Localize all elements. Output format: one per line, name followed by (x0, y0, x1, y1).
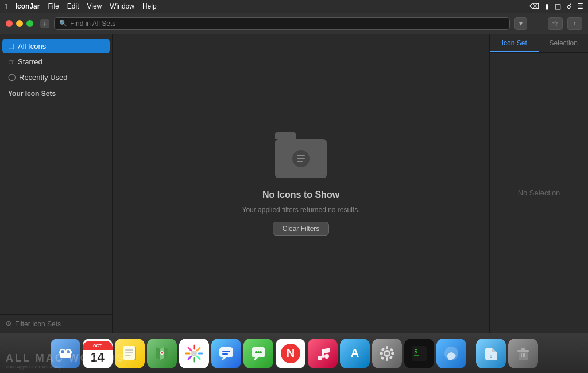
empty-subtitle: Your applied filters returned no results… (242, 206, 359, 214)
svg-rect-63 (524, 353, 525, 357)
sidebar-filter: ☮ (0, 314, 112, 333)
sidebar-item-recently-used[interactable]: ◯ Recently Used (2, 70, 110, 84)
no-selection-text: No Selection (518, 189, 560, 197)
menu-file[interactable]: File (48, 2, 59, 10)
star-button[interactable]: ☆ (548, 17, 563, 30)
apple-menu[interactable]:  (5, 2, 7, 11)
minimize-button[interactable] (16, 20, 23, 27)
menu-bar:  IconJar File Edit View Window Help ⌫ ▮… (0, 0, 588, 13)
svg-rect-1 (297, 155, 305, 156)
tab-icon-set-label: Icon Set (502, 39, 527, 47)
svg-point-34 (257, 351, 260, 353)
dock-divider (471, 342, 471, 365)
svg-rect-11 (125, 349, 133, 351)
svg-rect-48 (391, 352, 394, 355)
svg-line-23 (188, 348, 191, 351)
menubar-icon-battery[interactable]: ▮ (545, 2, 549, 10)
search-bar[interactable]: 🔍 (54, 17, 510, 30)
filter-input[interactable] (15, 320, 106, 328)
svg-rect-2 (297, 158, 305, 159)
dock-app-photos[interactable] (179, 339, 209, 368)
clock-icon: ◯ (8, 73, 16, 81)
empty-folder-icon (275, 132, 327, 178)
sidebar-item-recently-used-label: Recently Used (19, 73, 68, 82)
svg-rect-61 (521, 353, 522, 357)
dock-app-notes[interactable] (115, 339, 145, 368)
menubar-icon-wifi[interactable]: ⌫ (529, 2, 539, 10)
tab-icon-set[interactable]: Icon Set (490, 34, 539, 52)
svg-rect-12 (125, 352, 133, 353)
toolbar: + 🔍 ▾ ☆ › (0, 13, 588, 34)
svg-marker-41 (322, 348, 330, 354)
zoom-button[interactable] (26, 20, 33, 27)
tab-selection[interactable]: Selection (539, 34, 589, 52)
dock-app-appstore[interactable]: A (340, 339, 370, 368)
sidebar-item-starred[interactable]: ☆ Starred (2, 54, 110, 69)
menu-window[interactable]: Window (110, 2, 134, 10)
right-panel-content: No Selection (490, 53, 588, 333)
svg-point-44 (385, 352, 389, 355)
svg-line-25 (197, 348, 200, 351)
svg-text:A: A (350, 347, 358, 359)
dock-app-messages[interactable] (243, 339, 273, 368)
svg-text:$_: $_ (414, 348, 421, 355)
menu-view[interactable]: View (87, 2, 102, 10)
filter-button[interactable]: ▾ (514, 17, 527, 30)
svg-rect-45 (386, 346, 388, 349)
menu-help[interactable]: Help (142, 2, 157, 10)
close-button[interactable] (6, 20, 13, 27)
sidebar: ◫ All Icons ☆ Starred ◯ Recently Used Yo… (0, 34, 113, 333)
svg-rect-62 (523, 353, 524, 357)
menubar-icon-search[interactable]: ☌ (567, 2, 571, 10)
svg-text:N: N (286, 347, 294, 359)
svg-rect-50 (389, 355, 393, 359)
clear-filters-button[interactable]: Clear Filters (273, 222, 330, 236)
svg-rect-30 (222, 353, 228, 355)
dock-app-terminal[interactable]: $_ (404, 339, 434, 368)
svg-rect-51 (380, 356, 384, 360)
svg-rect-60 (521, 348, 525, 351)
nav-forward-button[interactable]: › (567, 17, 582, 30)
svg-marker-32 (254, 357, 258, 361)
star-icon: ☆ (8, 57, 14, 66)
dock-app-facetime[interactable] (211, 339, 241, 368)
dock-app-finder[interactable] (51, 339, 80, 368)
svg-rect-8 (60, 353, 71, 358)
svg-point-17 (161, 352, 163, 353)
svg-point-38 (318, 356, 322, 360)
menu-edit[interactable]: Edit (67, 2, 79, 10)
dock-app-cleanmymac[interactable] (436, 339, 466, 368)
dock-app-news[interactable]: N (276, 339, 305, 368)
svg-rect-52 (389, 348, 393, 352)
svg-rect-29 (222, 351, 230, 352)
menubar-icon-screen[interactable]: ◫ (555, 2, 561, 10)
sidebar-item-starred-label: Starred (18, 57, 42, 66)
menubar-icon-menu[interactable]: ☰ (577, 2, 583, 10)
svg-rect-55 (414, 355, 419, 356)
dock-app-music[interactable] (308, 339, 338, 368)
center-panel: No Icons to Show Your applied filters re… (113, 34, 489, 333)
search-input[interactable] (70, 20, 505, 28)
svg-rect-49 (381, 347, 385, 351)
search-icon: 🔍 (59, 20, 67, 27)
dock: ALL MAC WORLDS MAC Apps One Click Away O… (0, 333, 588, 373)
dock-app-downloads[interactable]: ↓ (476, 339, 506, 368)
dock-app-maps[interactable] (147, 339, 177, 368)
svg-line-24 (197, 356, 200, 359)
folder-list-svg (291, 149, 311, 168)
dock-app-calendar[interactable]: OCT 14 (83, 339, 113, 368)
dock-app-system-prefs[interactable] (372, 339, 402, 368)
dock-app-trash[interactable] (508, 339, 538, 368)
your-icon-sets-header: Your Icon Sets (0, 85, 112, 100)
sidebar-item-all-icons[interactable]: ◫ All Icons (2, 39, 110, 53)
add-tab-button[interactable]: + (40, 19, 49, 28)
right-panel: Icon Set Selection No Selection (489, 34, 588, 333)
svg-point-39 (324, 354, 329, 359)
svg-text:↓: ↓ (489, 353, 492, 359)
svg-point-33 (255, 351, 257, 353)
app-name[interactable]: IconJar (16, 2, 40, 10)
sidebar-list: ◫ All Icons ☆ Starred ◯ Recently Used Yo… (0, 34, 112, 314)
svg-marker-28 (222, 357, 226, 361)
tab-selection-label: Selection (550, 39, 578, 47)
filter-icon: ☮ (6, 320, 11, 328)
